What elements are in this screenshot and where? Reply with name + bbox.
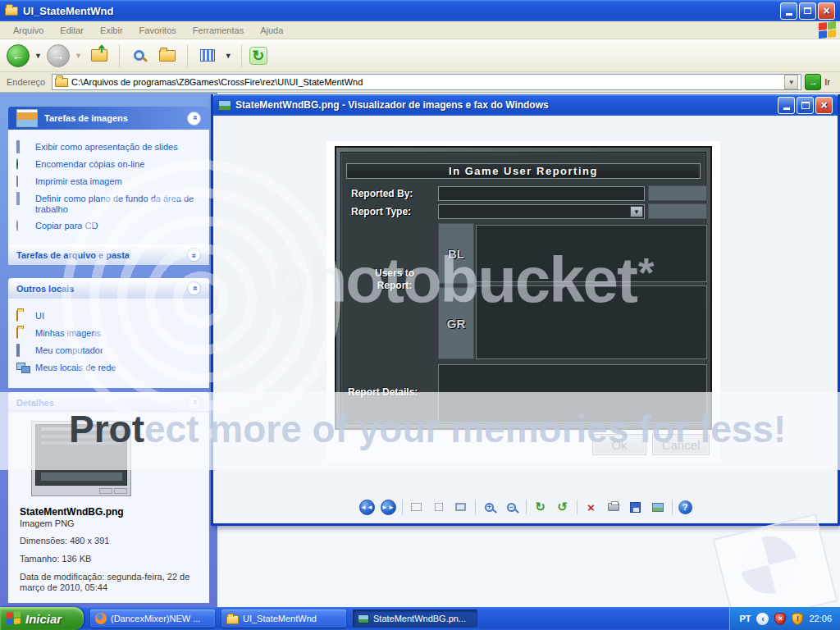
- image-tasks-icon: [16, 109, 38, 127]
- menu-editar[interactable]: Editar: [52, 23, 92, 38]
- views-dropdown-icon[interactable]: ▼: [225, 52, 232, 60]
- menu-arquivo[interactable]: Arquivo: [5, 23, 52, 38]
- rotate-clockwise-button[interactable]: ↻: [532, 499, 549, 515]
- restore-icon: [804, 7, 811, 14]
- task-copy-to-cd[interactable]: Copiar para CD: [16, 221, 206, 232]
- address-input[interactable]: C:\Arquivos de programas\Z8Games\CrossFi…: [52, 74, 801, 90]
- address-folder-icon: [55, 78, 68, 87]
- taskbar-task-explorer[interactable]: UI_StateMentWnd: [221, 609, 346, 628]
- forward-button[interactable]: →: [47, 44, 70, 67]
- update-warning-icon[interactable]: !: [792, 613, 803, 625]
- minimize-button[interactable]: [780, 2, 797, 20]
- language-indicator[interactable]: PT: [739, 614, 751, 623]
- windows-flag-icon: [7, 611, 21, 626]
- go-button[interactable]: → Ir: [805, 74, 837, 90]
- dialog-title: In Game User Reporting: [346, 163, 701, 179]
- minimize-icon: [786, 13, 792, 16]
- security-alert-icon[interactable]: ×: [774, 613, 786, 625]
- address-dropdown-button[interactable]: ▼: [784, 75, 798, 89]
- menu-exibir[interactable]: Exibir: [92, 23, 131, 38]
- gr-label: GR: [447, 317, 466, 331]
- viewer-window-title: StateMentWndBG.png - Visualizador de ima…: [235, 99, 549, 111]
- minimize-icon: [783, 107, 790, 110]
- viewer-titlebar: StateMentWndBG.png - Visualizador de ima…: [213, 94, 838, 116]
- collapse-chevron-icon[interactable]: »: [187, 281, 201, 295]
- details-filetype: Imagem PNG: [20, 518, 203, 528]
- actual-size-button[interactable]: [431, 499, 447, 515]
- place-ui-folder[interactable]: UI: [16, 311, 206, 322]
- slideshow-button[interactable]: [453, 499, 469, 515]
- details-filename: StateMentWndBG.png: [20, 506, 203, 518]
- expand-chevron-icon[interactable]: »: [187, 248, 201, 262]
- task-print-image[interactable]: Imprimir esta imagem: [16, 176, 206, 188]
- go-label: Ir: [824, 77, 830, 87]
- edit-button[interactable]: [650, 499, 666, 515]
- chevron-down-icon: ▼: [788, 79, 795, 86]
- collapse-chevron-icon[interactable]: »: [187, 395, 201, 409]
- panel-file-tasks-header[interactable]: Tarefas de arquivo e pasta »: [8, 244, 209, 265]
- menu-ajuda[interactable]: Ajuda: [252, 23, 291, 38]
- viewer-close-button[interactable]: ×: [815, 97, 833, 114]
- panel-body: Exibir como apresentação de slides Encom…: [8, 130, 209, 246]
- close-icon: ×: [820, 101, 827, 109]
- zoom-out-button[interactable]: −: [504, 499, 520, 515]
- menu-ferramentas[interactable]: Ferramentas: [185, 23, 252, 38]
- back-dropdown-icon[interactable]: ▼: [34, 52, 42, 60]
- back-button[interactable]: ←: [7, 44, 30, 67]
- help-button[interactable]: ?: [678, 500, 692, 514]
- cancel-button-image: Cancel: [652, 434, 710, 455]
- viewer-toolbar: ◄◄ ►► + − ↻ ↺ × ?: [359, 499, 692, 515]
- close-button[interactable]: ×: [818, 2, 835, 20]
- start-button[interactable]: Iniciar: [0, 607, 84, 630]
- address-bar: Endereço C:\Arquivos de programas\Z8Game…: [0, 72, 840, 93]
- task-slideshow[interactable]: Exibir como apresentação de slides: [16, 142, 206, 153]
- zoom-in-button[interactable]: +: [482, 499, 498, 515]
- go-arrow-icon: →: [805, 74, 821, 90]
- panel-details-header[interactable]: Detalhes »: [8, 392, 209, 413]
- views-button[interactable]: [195, 43, 220, 68]
- delete-button[interactable]: ×: [583, 499, 600, 515]
- viewed-image: In Game User Reporting Reported By: Repo…: [326, 141, 720, 462]
- best-fit-icon: [411, 503, 422, 511]
- panel-other-places-header[interactable]: Outros locais »: [8, 278, 209, 299]
- sync-button[interactable]: ↻: [249, 47, 267, 65]
- panel-file-tasks: Tarefas de arquivo e pasta »: [8, 244, 209, 265]
- hide-tray-icons-button[interactable]: ‹: [756, 613, 769, 625]
- report-details-label: Report Details:: [348, 386, 436, 398]
- best-fit-button[interactable]: [409, 499, 425, 515]
- system-tray: PT ‹ × ! 22:06: [729, 607, 840, 630]
- print-button[interactable]: [605, 499, 622, 515]
- restore-button[interactable]: [799, 2, 816, 20]
- up-button[interactable]: [87, 43, 112, 68]
- details-modified: Data de modificação: segunda-feira, 22 d…: [20, 572, 203, 593]
- folders-button[interactable]: [155, 43, 180, 68]
- taskbar-clock[interactable]: 22:06: [809, 614, 832, 623]
- rotate-counterclockwise-button[interactable]: ↺: [555, 499, 571, 515]
- taskbar-task-viewer[interactable]: StateMentWndBG.pn...: [353, 609, 477, 628]
- menu-favoritos[interactable]: Favoritos: [131, 23, 185, 38]
- viewer-minimize-button[interactable]: [778, 97, 795, 114]
- search-button[interactable]: [127, 43, 152, 68]
- desktop-screen: UI_StateMentWnd × Arquivo Editar Exibir …: [0, 0, 840, 630]
- panel-title: Tarefas de arquivo e pasta: [16, 250, 130, 260]
- viewer-maximize-button[interactable]: [797, 97, 814, 114]
- taskbar-task-firefox[interactable]: (DancexMixer)NEW ...: [90, 609, 215, 628]
- place-network[interactable]: Meus locais de rede: [16, 363, 206, 374]
- next-image-button[interactable]: ►►: [381, 500, 396, 515]
- place-my-pictures[interactable]: Minhas imagens: [16, 328, 206, 340]
- place-my-computer[interactable]: Meu computador: [16, 345, 206, 357]
- save-button[interactable]: [628, 499, 644, 515]
- panel-image-tasks: Tarefas de imagens » Exibir como apresen…: [8, 107, 209, 246]
- collapse-chevron-icon[interactable]: »: [187, 112, 201, 126]
- previous-image-button[interactable]: ◄◄: [359, 500, 375, 515]
- users-to-report-label: Users to Report:: [361, 267, 428, 292]
- task-order-prints[interactable]: Encomendar cópias on-line: [16, 159, 206, 171]
- task-set-wallpaper[interactable]: Definir como plano de fundo da área de t…: [16, 194, 206, 215]
- slideshow-icon: [455, 503, 466, 511]
- panel-image-tasks-header[interactable]: Tarefas de imagens »: [8, 107, 209, 130]
- image-viewer-icon: [218, 100, 231, 111]
- folder-icon: [226, 615, 239, 624]
- taskbar: Iniciar (DancexMixer)NEW ... UI_StateMen…: [0, 607, 840, 630]
- rotate-counterclockwise-icon: ↺: [557, 500, 568, 514]
- wallpaper-icon: [16, 194, 30, 205]
